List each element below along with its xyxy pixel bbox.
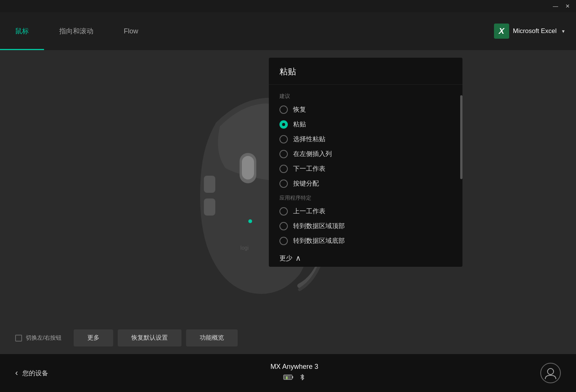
show-less-button[interactable]: 更少 ∧ <box>269 248 462 267</box>
radio-goto-bottom <box>279 237 288 245</box>
option-insert-left[interactable]: 在左侧插入列 <box>269 146 462 161</box>
app-selector[interactable]: X Microsoft Excel ▾ <box>494 12 576 50</box>
svg-text:🔋: 🔋 <box>285 376 289 379</box>
restore-defaults-button[interactable]: 恢复默认设置 <box>118 329 181 346</box>
action-dropdown: 粘贴 建议 恢复 粘贴 选择性粘贴 在左侧插入列 下一工作表 <box>269 58 462 267</box>
tab-flow[interactable]: Flow <box>109 12 153 50</box>
back-arrow-icon: ‹ <box>15 368 18 378</box>
switch-checkbox[interactable] <box>15 335 22 342</box>
radio-goto-top <box>279 222 288 230</box>
bluetooth-icon <box>299 373 305 383</box>
avatar-icon <box>544 366 557 380</box>
tab-pointer[interactable]: 指向和滚动 <box>44 12 109 50</box>
svg-text:logi: logi <box>240 245 249 251</box>
svg-point-3 <box>248 219 252 223</box>
radio-key-assign <box>279 179 288 188</box>
device-status-icons: 🔋 <box>283 373 305 383</box>
main-content: logi 粘贴 建议 恢复 粘贴 选择性粘贴 在 <box>0 50 576 354</box>
option-goto-top[interactable]: 转到数据区域顶部 <box>269 219 462 233</box>
section-suggestions: 建议 <box>269 89 462 102</box>
radio-insert-left <box>279 150 288 158</box>
section-app-specific: 应用程序特定 <box>269 191 462 204</box>
radio-next-sheet <box>279 165 288 173</box>
user-avatar[interactable] <box>540 363 561 383</box>
radio-undo <box>279 105 288 114</box>
option-paste-special[interactable]: 选择性粘贴 <box>269 132 462 146</box>
svg-rect-2 <box>242 156 254 179</box>
dropdown-title: 粘贴 <box>269 58 462 85</box>
radio-paste <box>279 120 288 129</box>
action-buttons: 更多 恢复默认设置 功能概览 <box>74 329 238 346</box>
dropdown-body[interactable]: 建议 恢复 粘贴 选择性粘贴 在左侧插入列 下一工作表 <box>269 85 462 267</box>
radio-paste-special <box>279 135 288 143</box>
tabs-container: 鼠标 指向和滚动 Flow <box>0 12 494 50</box>
svg-rect-4 <box>204 176 215 193</box>
header: 鼠标 指向和滚动 Flow X Microsoft Excel ▾ <box>0 12 576 50</box>
close-button[interactable]: ✕ <box>562 1 573 11</box>
tab-mouse[interactable]: 鼠标 <box>0 12 44 50</box>
option-next-sheet[interactable]: 下一工作表 <box>269 161 462 176</box>
minimize-button[interactable]: — <box>550 1 561 11</box>
switch-left-right-label[interactable]: 切换左/右按钮 <box>15 334 62 342</box>
title-bar: — ✕ <box>0 0 576 12</box>
overview-button[interactable]: 功能概览 <box>186 329 238 346</box>
option-prev-sheet[interactable]: 上一工作表 <box>269 204 462 219</box>
device-info: MX Anywhere 3 🔋 <box>270 363 318 383</box>
option-undo[interactable]: 恢复 <box>269 102 462 117</box>
option-key-assign[interactable]: 按键分配 <box>269 176 462 191</box>
excel-icon: X <box>494 24 509 39</box>
svg-rect-8 <box>292 376 293 378</box>
back-to-devices-button[interactable]: ‹ 您的设备 <box>15 368 48 378</box>
bottom-bar: 切换左/右按钮 更多 恢复默认设置 功能概览 <box>0 322 576 354</box>
app-name: Microsoft Excel <box>513 27 557 35</box>
scrollbar-thumb[interactable] <box>460 95 462 179</box>
option-goto-bottom[interactable]: 转到数据区域底部 <box>269 233 462 248</box>
svg-point-11 <box>548 368 554 375</box>
radio-prev-sheet <box>279 207 288 216</box>
battery-icon: 🔋 <box>283 374 294 382</box>
device-name: MX Anywhere 3 <box>270 363 318 371</box>
more-button[interactable]: 更多 <box>74 329 113 346</box>
chevron-down-icon: ▾ <box>562 28 565 34</box>
option-paste[interactable]: 粘贴 <box>269 117 462 132</box>
svg-rect-5 <box>204 198 215 216</box>
footer: ‹ 您的设备 MX Anywhere 3 🔋 <box>0 354 576 392</box>
